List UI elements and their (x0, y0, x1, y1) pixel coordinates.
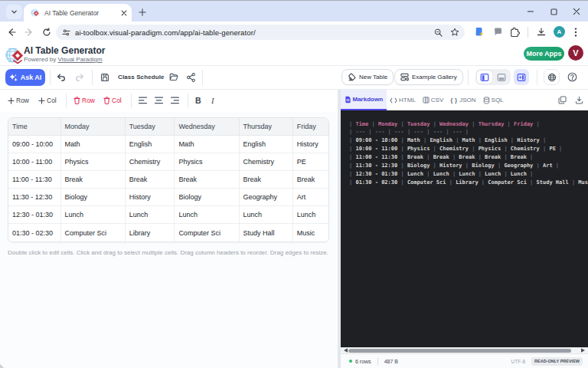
undo-icon[interactable] (57, 74, 66, 81)
bold-button[interactable]: B (195, 95, 201, 106)
bookmark-star-icon[interactable] (450, 28, 459, 37)
language-button[interactable] (544, 69, 560, 85)
tab-sql[interactable]: SQL (479, 90, 507, 110)
save-icon[interactable] (100, 73, 109, 82)
table-cell[interactable]: Biology (175, 189, 239, 206)
table-cell[interactable]: Break (292, 170, 328, 188)
user-avatar[interactable]: V (568, 45, 583, 61)
tab-markdown[interactable]: Markdown (341, 90, 387, 110)
table-cell[interactable]: History (125, 189, 175, 206)
profile-avatar[interactable]: A (554, 26, 565, 38)
table-cell[interactable]: Biology (60, 189, 125, 206)
horizontal-scrollbar[interactable] (341, 347, 588, 353)
window-maximize-button[interactable] (542, 2, 565, 21)
table-cell[interactable]: Physics (60, 153, 125, 170)
table-cell[interactable]: Math (60, 135, 125, 153)
new-table-button[interactable]: New Table (341, 69, 394, 85)
table-cell[interactable]: Lunch (60, 206, 125, 224)
table-cell[interactable]: 11:30 - 12:30 (8, 189, 60, 206)
table-cell[interactable]: Break (125, 170, 175, 188)
table-cell[interactable]: 12:30 - 01:30 (8, 206, 60, 224)
code-preview[interactable]: | Time | Monday | Tuesday | Wednesday | … (341, 110, 588, 347)
table-cell[interactable]: Physics (175, 153, 239, 170)
table-cell[interactable]: English (125, 135, 175, 153)
horizontal-split-button[interactable] (494, 71, 509, 84)
table-cell[interactable]: Chemistry (125, 153, 175, 170)
window-minimize-button[interactable] (519, 2, 542, 21)
table-cell[interactable]: Lunch (125, 206, 175, 224)
delete-col-button[interactable]: Col (103, 95, 122, 106)
tab-search-button[interactable] (6, 5, 22, 19)
share-icon[interactable] (187, 73, 195, 82)
table-cell[interactable]: Lunch (239, 206, 292, 224)
tab-close-icon[interactable] (119, 8, 129, 18)
help-icon[interactable] (567, 72, 577, 82)
table-cell[interactable]: Break (175, 170, 239, 188)
table-cell[interactable]: Computer Sci (60, 224, 125, 242)
table-cell[interactable]: Math (175, 135, 239, 153)
column-header[interactable]: Monday (60, 118, 125, 135)
tab-json[interactable]: { } JSON (447, 90, 479, 110)
table-cell[interactable]: 01:30 - 02:30 (8, 224, 60, 242)
toggle-preview-panel-button[interactable] (514, 69, 529, 85)
table-cell[interactable]: Study Hall (239, 224, 292, 242)
visual-paradigm-link[interactable]: Visual Paradigm (57, 56, 102, 63)
scroll-left-icon[interactable] (343, 348, 348, 353)
vertical-split-button[interactable] (477, 71, 492, 84)
add-col-button[interactable]: Col (38, 95, 57, 106)
zoom-icon[interactable] (434, 28, 443, 37)
menu-kebab-icon[interactable] (574, 28, 577, 37)
reload-icon[interactable] (42, 28, 51, 37)
table-cell[interactable]: Break (239, 170, 292, 188)
column-header[interactable]: Time (8, 118, 60, 135)
table-cell[interactable]: Music (292, 224, 328, 242)
column-header[interactable]: Friday (292, 118, 328, 135)
downloads-icon[interactable] (537, 28, 546, 37)
tab-html[interactable]: HTML (387, 90, 420, 110)
more-apps-button[interactable]: More Apps (524, 47, 564, 61)
ask-ai-button[interactable]: Ask AI (5, 69, 45, 86)
table-cell[interactable]: History (292, 135, 328, 153)
scroll-right-icon[interactable] (581, 348, 586, 353)
table-cell[interactable]: Geography (239, 189, 292, 206)
align-left-icon[interactable] (139, 97, 147, 104)
add-row-button[interactable]: Row (8, 95, 29, 106)
url-omnibox[interactable]: ai-toolbox.visual-paradigm.com/app/ai-ta… (56, 25, 465, 40)
example-gallery-button[interactable]: Example Gallery (394, 69, 463, 85)
scrollbar-thumb[interactable] (348, 349, 571, 353)
align-right-icon[interactable] (171, 97, 179, 104)
download-icon[interactable] (575, 96, 583, 104)
column-header[interactable]: Tuesday (125, 118, 175, 135)
align-center-icon[interactable] (155, 97, 163, 104)
table-cell[interactable]: Art (292, 189, 328, 206)
table-cell[interactable]: 10:00 - 11:00 (8, 153, 60, 170)
new-tab-button[interactable] (137, 7, 147, 17)
extensions-puzzle-icon[interactable] (510, 27, 520, 37)
window-close-button[interactable] (565, 2, 588, 21)
document-name[interactable]: Class Schedule (118, 74, 165, 80)
column-header[interactable]: Wednesday (175, 118, 239, 135)
delete-row-button[interactable]: Row (74, 95, 95, 106)
extension-bubble-icon[interactable] (494, 28, 502, 36)
tab-csv[interactable]: CSV (419, 90, 446, 110)
table-cell[interactable]: 09:00 - 10:00 (8, 135, 60, 153)
table-cell[interactable]: PE (292, 153, 328, 170)
site-settings-icon[interactable] (62, 28, 70, 37)
open-folder-icon[interactable] (169, 73, 178, 81)
back-icon[interactable] (7, 28, 16, 37)
table-cell[interactable]: 11:00 - 11:30 (8, 170, 60, 188)
table-cell[interactable]: Computer Sci (175, 224, 239, 242)
column-header[interactable]: Thursday (239, 118, 292, 135)
table-cell[interactable]: Library (125, 224, 175, 242)
table-cell[interactable]: Lunch (175, 206, 239, 224)
table-cell[interactable]: English (239, 135, 292, 153)
table-cell[interactable]: Chemistry (239, 153, 292, 170)
forward-icon[interactable] (24, 28, 34, 37)
table-cell[interactable]: Lunch (292, 206, 328, 224)
extension-doc-icon[interactable] (475, 27, 484, 37)
table-cell[interactable]: Break (60, 170, 125, 188)
redo-icon[interactable] (75, 74, 84, 81)
copy-icon[interactable] (558, 96, 567, 104)
browser-tab[interactable]: AI Table Generator (24, 4, 132, 22)
italic-button[interactable]: I (211, 95, 214, 106)
